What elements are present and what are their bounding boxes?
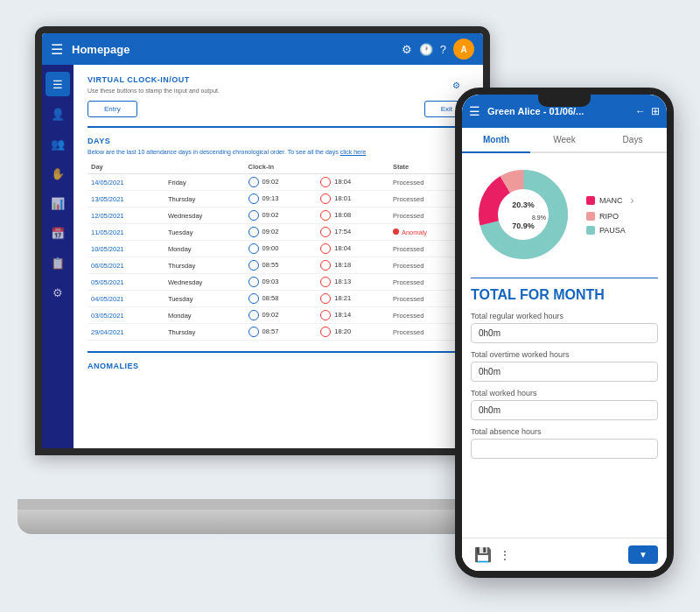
table-row: 10/05/2021 Monday 09:00 18:04 Processed <box>88 241 469 257</box>
chart-divider <box>471 278 658 278</box>
laptop-base <box>18 510 508 534</box>
more-options-icon[interactable]: ⋮ <box>499 548 511 562</box>
phone-top-icons: ← ⊞ <box>635 105 660 117</box>
table-row: 29/04/2021 Thursday 08:57 18:20 Processe… <box>88 324 469 341</box>
tab-week[interactable]: Week <box>530 128 598 153</box>
table-row: 13/05/2021 Thursday 09:13 18:01 Processe… <box>88 191 469 208</box>
sidebar-item-reports[interactable]: 📋 <box>46 250 70 275</box>
sidebar-item-settings[interactable]: ⚙ <box>46 280 70 305</box>
cell-clockin: 09:13 <box>245 191 318 208</box>
sidebar-item-hand[interactable]: ✋ <box>46 161 70 186</box>
clock-divider <box>88 126 469 128</box>
cell-date: 14/05/2021 <box>88 174 164 191</box>
legend-dot-manc <box>586 196 595 205</box>
days-section: DAYS Below are the last 10 attendance da… <box>88 137 469 341</box>
cell-clockin: 09:02 <box>245 208 318 224</box>
cell-clockin: 09:03 <box>245 274 318 291</box>
cell-date: 05/05/2021 <box>88 274 164 291</box>
legend-ripo: RIPO <box>586 212 634 221</box>
date-link[interactable]: 10/05/2021 <box>91 245 124 253</box>
clock-section-subtitle: Use these buttons to stamp the input and… <box>88 88 469 94</box>
field-label-overtime: Total overtime worked hours <box>471 350 658 359</box>
cell-dayname: Wednesday <box>164 208 245 224</box>
clock-icon[interactable]: 🕐 <box>419 43 433 56</box>
date-link[interactable]: 14/05/2021 <box>91 179 124 186</box>
col-clockout <box>317 160 389 174</box>
date-link[interactable]: 03/05/2021 <box>91 312 124 320</box>
avatar[interactable]: A <box>453 39 474 60</box>
top-bar: ☰ Homepage ⚙ 🕐 ? A <box>42 33 483 65</box>
laptop-hinge <box>18 499 508 510</box>
table-row: 03/05/2021 Monday 09:02 18:14 Processed <box>88 307 469 324</box>
legend-pausa: PAUSA <box>586 226 634 235</box>
sidebar-item-chart[interactable]: 📊 <box>46 191 70 215</box>
date-link[interactable]: 13/05/2021 <box>91 195 124 203</box>
click-here-link[interactable]: click here <box>340 149 367 155</box>
phone-arrow-icon[interactable]: ← <box>635 105 646 117</box>
table-row: 11/05/2021 Tuesday 09:02 17:54 Anomaly <box>88 224 469 241</box>
field-label-worked: Total worked hours <box>471 389 658 397</box>
action-button-label: ▼ <box>639 550 648 559</box>
legend-manc: MANC › <box>586 194 634 207</box>
save-icon[interactable]: 💾 <box>471 543 495 567</box>
cell-clockout: 18:18 <box>317 257 389 274</box>
phone-screen: ☰ Green Alice - 01/06/... ← ⊞ Month Week… <box>462 95 667 571</box>
cell-clockin: 08:57 <box>245 324 318 341</box>
field-value-regular: 0h0m <box>471 323 658 343</box>
chart-area: 20.3% 70.9% 8.9% MANC › RI <box>471 162 658 267</box>
anomalies-section: ANOMALIES <box>88 351 469 370</box>
total-month-title: TOTAL FOR MONTH <box>471 287 658 303</box>
sidebar: ☰ 👤 👥 ✋ 📊 📅 📋 ⚙ <box>42 65 74 448</box>
field-value-worked: 0h0m <box>471 400 658 420</box>
date-link[interactable]: 11/05/2021 <box>91 229 124 236</box>
cell-clockin: 09:02 <box>245 307 318 324</box>
date-link[interactable]: 12/05/2021 <box>91 212 124 220</box>
menu-icon[interactable]: ☰ <box>51 41 63 58</box>
help-icon[interactable]: ? <box>440 43 446 56</box>
date-link[interactable]: 05/05/2021 <box>91 278 124 286</box>
action-button[interactable]: ▼ <box>628 545 658 564</box>
entry-button[interactable]: Entry <box>88 101 137 117</box>
top-bar-icons: ⚙ 🕐 ? A <box>402 39 474 60</box>
tab-days[interactable]: Days <box>598 128 667 153</box>
cell-dayname: Tuesday <box>164 291 245 307</box>
table-row: 14/05/2021 Friday 09:02 18:04 Processed <box>88 174 469 191</box>
date-link[interactable]: 04/05/2021 <box>91 295 124 303</box>
cell-date: 06/05/2021 <box>88 257 164 274</box>
app-title: Homepage <box>72 43 402 56</box>
donut-chart: 20.3% 70.9% 8.9% <box>471 162 576 267</box>
sidebar-item-calendar[interactable]: 📅 <box>46 221 70 245</box>
settings-icon[interactable]: ⚙ <box>402 43 412 56</box>
cell-dayname: Monday <box>164 307 245 324</box>
legend-label-manc: MANC <box>599 196 623 205</box>
field-value-absence <box>471 439 658 459</box>
days-section-title: DAYS <box>88 137 469 145</box>
cell-clockout: 18:20 <box>317 324 389 341</box>
svg-text:70.9%: 70.9% <box>512 222 535 230</box>
table-row: 05/05/2021 Wednesday 09:03 18:13 Process… <box>88 274 469 291</box>
date-link[interactable]: 06/05/2021 <box>91 262 124 270</box>
legend-dot-pausa <box>586 226 595 235</box>
cell-date: 29/04/2021 <box>88 324 164 341</box>
col-clockin: Clock-in <box>245 160 318 174</box>
cell-dayname: Wednesday <box>164 274 245 291</box>
sidebar-item-home[interactable]: ☰ <box>46 72 70 96</box>
cell-dayname: Monday <box>164 241 245 257</box>
svg-text:8.9%: 8.9% <box>532 215 546 221</box>
laptop-device: ☰ Homepage ⚙ 🕐 ? A ☰ 👤 👥 ✋ 📊 <box>18 26 508 534</box>
laptop-screen: ☰ Homepage ⚙ 🕐 ? A ☰ 👤 👥 ✋ 📊 <box>35 26 490 455</box>
cell-clockout: 18:08 <box>317 208 389 224</box>
col-day: Day <box>88 160 164 174</box>
sidebar-item-user[interactable]: 👤 <box>46 102 70 126</box>
field-label-regular: Total regular worked hours <box>471 312 658 320</box>
tab-month[interactable]: Month <box>462 128 530 153</box>
col-dayname <box>164 160 245 174</box>
sidebar-item-users[interactable]: 👥 <box>46 131 70 156</box>
phone-menu-icon[interactable]: ☰ <box>469 104 480 118</box>
cell-dayname: Tuesday <box>164 224 245 241</box>
clock-buttons: Entry Exit <box>88 101 469 117</box>
date-link[interactable]: 29/04/2021 <box>91 328 124 336</box>
clock-section-title: VIRTUAL CLOCK-IN/OUT <box>88 75 469 84</box>
phone-grid-icon[interactable]: ⊞ <box>651 105 660 117</box>
chevron-icon[interactable]: › <box>631 194 634 207</box>
